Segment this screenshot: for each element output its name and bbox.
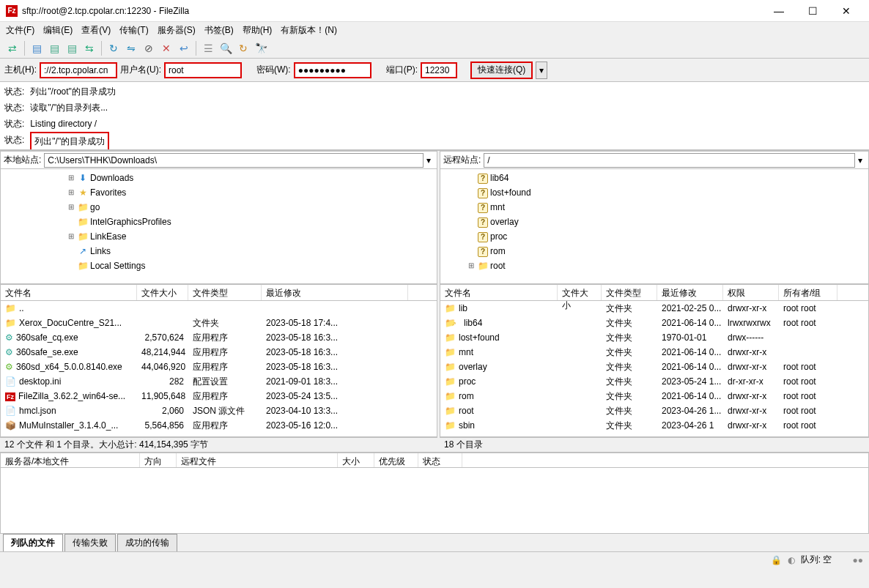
file-row[interactable]: 📦MuMuInstaller_3.1.4.0_...5,564,856应用程序2… [1,418,437,433]
tree-item[interactable]: ⊞📁root [440,258,868,273]
username-input[interactable] [164,62,242,78]
column-header[interactable]: 优先级 [374,453,418,467]
local-site-input[interactable] [44,153,424,168]
file-row[interactable]: 📁Xerox_DocuCentre_S21...文件夹2023-05-18 17… [1,316,437,330]
column-header[interactable]: 方向 [140,453,177,467]
column-header[interactable]: 所有者/组 [779,285,837,300]
compare-icon[interactable]: ↻ [235,40,251,56]
local-tree[interactable]: ⊞⬇Downloads⊞★Favorites⊞📁go📁IntelGraphics… [1,169,437,285]
menu-item[interactable]: 查看(V) [81,24,111,37]
quickconnect-dropdown-icon[interactable]: ▾ [536,62,547,79]
tree-item[interactable]: ⊞📁go [1,200,437,215]
site-manager-icon[interactable]: ⇄ [4,40,21,56]
binoculars-icon[interactable]: 🔭 [253,40,269,56]
remote-file-list[interactable]: 文件名文件大小文件类型最近修改权限所有者/组 📁lib文件夹2021-02-25… [440,285,868,436]
file-row[interactable]: ⚙360safe_se.exe48,214,944应用程序2023-05-18 … [1,345,437,360]
menu-item[interactable]: 文件(F) [6,24,34,37]
process-queue-icon[interactable]: ⇋ [123,40,139,56]
tree-item[interactable]: 📁IntelGraphicsProfiles [1,215,437,229]
file-row[interactable]: FzFileZilla_3.62.2_win64-se...11,905,648… [1,389,437,403]
expand-icon[interactable]: ⊞ [67,229,75,244]
file-row[interactable]: 📄hmcl.json2,060JSON 源文件2023-04-10 13:3..… [1,403,437,418]
queue-body[interactable] [0,468,869,534]
toggle-log-icon[interactable]: ▤ [29,40,45,56]
cancel-icon[interactable]: ⊘ [141,40,157,56]
file-row[interactable]: 📄desktop.ini282配置设置2021-09-01 18:3... [1,374,437,389]
tree-item[interactable]: ?rom [440,244,868,258]
column-header[interactable]: 文件类型 [602,285,657,300]
tree-item[interactable]: ⊞⬇Downloads [1,171,437,185]
column-header[interactable]: 文件类型 [188,285,262,300]
folder-icon: 📁 [77,258,89,273]
menu-item[interactable]: 传输(T) [119,24,148,37]
file-row[interactable]: ⚙360safe_cq.exe2,570,624应用程序2023-05-18 1… [1,330,437,345]
file-row[interactable]: 📁lost+found文件夹1970-01-01drwx------ [440,330,868,345]
column-header[interactable]: 文件名 [1,285,137,300]
column-header[interactable]: 状态 [418,453,462,467]
local-file-list[interactable]: 文件名文件大小文件类型最近修改 📁..📁Xerox_DocuCentre_S21… [1,285,437,436]
remote-tree[interactable]: ?lib64?lost+found?mnt?overlay?proc?rom⊞📁… [440,169,868,285]
tree-item[interactable]: ?overlay [440,215,868,229]
host-input[interactable] [40,62,117,78]
queue-tab[interactable]: 列队的文件 [3,534,63,551]
column-header[interactable]: 服务器/本地文件 [1,453,140,467]
tree-item[interactable]: 📁Local Settings [1,258,437,273]
port-input[interactable] [421,62,457,78]
dropdown-icon[interactable]: ▾ [855,155,865,165]
minimize-button[interactable]: — [762,0,796,22]
column-header[interactable]: 远程文件 [177,453,338,467]
queue-tab[interactable]: 传输失败 [64,534,116,551]
lock-icon[interactable]: 🔒 [771,555,782,565]
column-header[interactable]: 最近修改 [262,285,408,300]
menu-item[interactable]: 帮助(H) [243,24,273,37]
filter-icon[interactable]: ☰ [200,40,216,56]
disconnect-icon[interactable]: ✕ [158,40,174,56]
tree-item[interactable]: ⊞📁LinkEase [1,229,437,244]
file-row[interactable]: 📁.. [1,301,437,316]
file-row[interactable]: 📁rom文件夹2021-06-14 0...drwxr-xr-xroot roo… [440,389,868,403]
tree-item[interactable]: ⊞★Favorites [1,185,437,200]
column-header[interactable]: 大小 [338,453,374,467]
password-input[interactable] [294,62,371,78]
tree-item[interactable]: ↗Links [1,244,437,258]
file-row[interactable]: 📁root文件夹2023-04-26 1...drwxr-xr-xroot ro… [440,403,868,418]
tree-item[interactable]: ?lost+found [440,185,868,200]
file-row[interactable]: 📁overlay文件夹2021-06-14 0...drwxr-xr-xroot… [440,360,868,374]
message-log[interactable]: 状态:列出"/root"的目录成功状态:读取"/"的目录列表...状态:List… [0,82,869,151]
expand-icon[interactable]: ⊞ [67,200,75,215]
tree-item[interactable]: ?proc [440,229,868,244]
menu-item[interactable]: 编辑(E) [43,24,73,37]
expand-icon[interactable]: ⊞ [67,185,75,200]
tree-item[interactable]: ?lib64 [440,171,868,185]
file-row[interactable]: 📁proc文件夹2023-05-24 1...dr-xr-xr-xroot ro… [440,374,868,389]
remote-site-input[interactable] [484,153,855,168]
file-row[interactable]: 📁sbin文件夹2023-04-26 1drwxr-xr-xroot root [440,418,868,433]
toggle-tree-icon[interactable]: ▤ [46,40,62,56]
quickconnect-button[interactable]: 快速连接(Q) [470,62,533,79]
tree-item[interactable]: ?mnt [440,200,868,215]
expand-icon[interactable]: ⊞ [467,258,476,273]
dropdown-icon[interactable]: ▾ [424,155,434,165]
search-icon[interactable]: 🔍 [218,40,234,56]
queue-tabs: 列队的文件传输失败成功的传输 [0,534,869,551]
sync-browse-icon[interactable]: ⇆ [81,40,97,56]
maximize-button[interactable]: ☐ [796,0,829,22]
expand-icon[interactable]: ⊞ [67,171,75,185]
menu-item[interactable]: 服务器(S) [158,24,196,37]
queue-tab[interactable]: 成功的传输 [117,534,177,551]
refresh-icon[interactable]: ↻ [106,40,122,56]
column-header[interactable]: 文件名 [440,285,558,300]
toggle-queue-icon[interactable]: ▤ [64,40,80,56]
menu-item[interactable]: 书签(B) [204,24,234,37]
file-row[interactable]: ⚙360sd_x64_5.0.0.8140.exe44,046,920应用程序2… [1,360,437,374]
column-header[interactable]: 文件大小 [558,285,602,300]
menu-item[interactable]: 有新版本！(N) [281,24,337,37]
file-row[interactable]: 📁↗lib64文件夹2021-06-14 0...lrwxrwxrwxroot … [440,316,868,330]
column-header[interactable]: 文件大小 [137,285,188,300]
column-header[interactable]: 权限 [723,285,779,300]
close-button[interactable]: ✕ [829,0,863,22]
column-header[interactable]: 最近修改 [657,285,723,300]
reconnect-icon[interactable]: ↩ [176,40,192,56]
file-row[interactable]: 📁lib文件夹2021-02-25 0...drwxr-xr-xroot roo… [440,301,868,316]
file-row[interactable]: 📁mnt文件夹2021-06-14 0...drwxr-xr-x [440,345,868,360]
